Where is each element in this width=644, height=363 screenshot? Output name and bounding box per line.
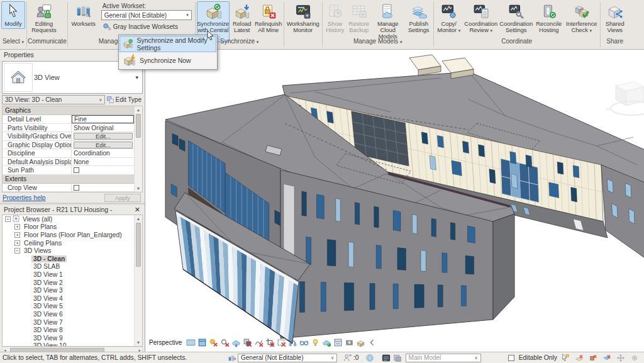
expand-icon[interactable]: + (14, 232, 20, 238)
collapse-icon[interactable]: − (14, 248, 20, 254)
reconcile-hosting-button[interactable]: Reconcile Hosting (535, 1, 564, 35)
worksharing-monitor-button[interactable]: Worksharing Monitor (286, 1, 321, 35)
tree-item-3d-view-4[interactable]: 3D View 4 (3, 294, 142, 303)
relinquish-all-mine-button[interactable]: Relinquish All Mine (255, 1, 282, 35)
sketchy-lines-off-icon[interactable] (254, 338, 264, 347)
tree-item-label[interactable]: 3D View 8 (31, 327, 65, 333)
property-value[interactable]: None (72, 158, 134, 166)
tree-item-label[interactable]: 3D View 6 (31, 311, 65, 318)
shared-views-button[interactable]: Shared Views (602, 1, 628, 35)
cloud-rendering-icon[interactable] (231, 338, 241, 347)
reveal-hidden-icon[interactable] (299, 338, 309, 347)
tree-item-3d-view-6[interactable]: 3D View 6 (3, 310, 142, 318)
drag-elements-icon[interactable] (616, 354, 625, 362)
project-browser-header[interactable]: Project Browser - R21 LTU Housing - Arch… (0, 204, 145, 215)
view-scale-icon[interactable] (186, 338, 196, 347)
property-checkbox[interactable] (74, 185, 79, 191)
collapse-icon[interactable]: − (5, 216, 11, 222)
menu-item-synchronize-now[interactable]: Synchronize Now (119, 52, 216, 69)
editable-only-checkbox[interactable] (508, 355, 514, 361)
coordination-settings-button[interactable]: Coordination Settings (499, 1, 533, 35)
tree-item-label[interactable]: Floor Plans (22, 223, 58, 230)
sun-path-off-icon[interactable] (209, 338, 218, 347)
tree-item-3d-view-2[interactable]: 3D View 2 (3, 279, 142, 287)
select-pinned-icon[interactable] (589, 354, 597, 362)
modify-button[interactable]: Modify (1, 1, 25, 29)
tree-item-label[interactable]: 3D View 5 (31, 303, 65, 310)
apply-button[interactable]: Apply (104, 194, 141, 202)
tree-item-3d-clean[interactable]: 3D - Clean (3, 255, 142, 263)
view-scale-label[interactable]: Perspective (149, 339, 182, 346)
tree-item-label[interactable]: 3D View 7 (31, 319, 65, 326)
filter-gear-icon[interactable] (630, 354, 639, 362)
edit-button[interactable]: Edit... (74, 142, 133, 148)
tree-item-label[interactable]: 3D SLAB (31, 263, 62, 270)
reload-latest-button[interactable]: Reload Latest (231, 1, 253, 35)
visual-style-icon[interactable] (197, 338, 207, 347)
property-value[interactable]: Show Original (72, 124, 134, 132)
tree-item-label[interactable]: 3D View 1 (31, 271, 65, 278)
property-value[interactable] (72, 166, 134, 174)
edit-button[interactable]: Edit... (74, 133, 133, 140)
tree-item-floor-plans[interactable]: +Floor Plans (3, 223, 142, 232)
menu-item-synchronize-and-modify-settings[interactable]: Synchronize and Modify Settings (119, 36, 216, 52)
3d-model-view[interactable]: W (145, 50, 644, 352)
locked-3d-icon[interactable] (288, 338, 297, 347)
properties-scrollbar[interactable]: ▲ ▼ (134, 106, 142, 192)
tree-item-label[interactable]: 3D View 10 (31, 342, 68, 347)
expand-icon[interactable]: + (14, 224, 20, 230)
select-underlay-icon[interactable] (575, 354, 584, 362)
tree-item-label[interactable]: 3D - Clean (31, 255, 67, 262)
copy-monitor-button[interactable]: Copy/ Monitor ▾ (435, 1, 463, 36)
expand-icon[interactable]: + (14, 240, 20, 246)
select-elements-by-face-icon[interactable] (602, 354, 611, 362)
gray-inactive-worksets-button[interactable]: Gray Inactive Worksets (101, 22, 192, 31)
tree-item-ceiling-plans[interactable]: +Ceiling Plans (3, 239, 142, 247)
temporary-view-properties-icon[interactable] (333, 338, 343, 347)
shadows-off-icon[interactable] (243, 338, 252, 347)
panel-label-select[interactable]: Select ▾ (1, 36, 26, 47)
tree-item-3d-slab[interactable]: 3D SLAB (3, 263, 142, 271)
property-checkbox[interactable] (74, 167, 79, 173)
displacement-icon[interactable] (356, 338, 365, 347)
worksets-button[interactable]: Worksets (69, 1, 98, 29)
tree-item-3d-view-7[interactable]: 3D View 7 (3, 318, 142, 327)
edit-type-button[interactable]: Edit Type (107, 96, 143, 103)
crop-region-off-icon[interactable] (277, 338, 286, 347)
property-value[interactable] (72, 184, 134, 192)
property-value[interactable]: Edit... (72, 132, 134, 140)
tree-item-3d-view-1[interactable]: 3D View 1 (3, 271, 142, 279)
viewbar-overflow-icon[interactable] (367, 338, 377, 347)
status-workset-select[interactable]: General (Not Editable)∨ (238, 354, 337, 362)
property-section-extents[interactable]: Extents≙ (3, 175, 142, 184)
tree-item-label[interactable]: 3D View 4 (31, 295, 65, 302)
tree-item-3d-view-5[interactable]: 3D View 5 (3, 303, 142, 311)
tree-item-3d-view-9[interactable]: 3D View 9 (3, 334, 142, 342)
crop-off-icon[interactable] (265, 338, 275, 347)
tree-item-label[interactable]: 3D View 3 (31, 287, 65, 294)
tree-item-3d-view-3[interactable]: 3D View 3 (3, 286, 142, 294)
interference-check-button[interactable]: Interference Check ▾ (565, 1, 599, 36)
property-section-graphics[interactable]: Graphics≙ (3, 106, 142, 115)
rendering-off-icon[interactable] (220, 338, 230, 347)
tree-item-floor-plans-floor-plan-enlarged-[interactable]: +Floor Plans (Floor Plan_Enlarged) (3, 231, 142, 239)
project-browser-scrollbar[interactable]: ▲ ▼ (134, 215, 142, 346)
worksharing-display-off-icon[interactable] (322, 338, 331, 347)
publish-settings-button[interactable]: Publish Settings (406, 1, 432, 35)
analytical-model-icon[interactable] (345, 338, 354, 347)
tree-item-3d-view-10[interactable]: 3D View 10 (3, 342, 142, 347)
active-workset-select[interactable]: General (Not Editable)▾ (101, 10, 192, 20)
tree-item-3d-views[interactable]: −3D Views (3, 247, 142, 255)
type-selector-caret[interactable]: ▾ (135, 74, 142, 81)
properties-help-link[interactable]: Properties help (3, 194, 46, 201)
worksharing-display-icon[interactable] (382, 354, 391, 362)
editing-requests-button[interactable]: Editing Requests (28, 1, 60, 35)
tree-item-label[interactable]: 3D View 9 (31, 335, 65, 342)
property-value[interactable]: Fine (72, 115, 134, 123)
select-links-icon[interactable] (561, 354, 570, 362)
globe-icon[interactable] (365, 354, 374, 362)
temporary-hide-isolate-icon[interactable] (311, 338, 320, 347)
editing-requests-status-icon[interactable] (343, 354, 352, 362)
tree-item-label[interactable]: Floor Plans (Floor Plan_Enlarged) (22, 232, 124, 238)
tree-item-label[interactable]: Views (all) (21, 216, 54, 223)
